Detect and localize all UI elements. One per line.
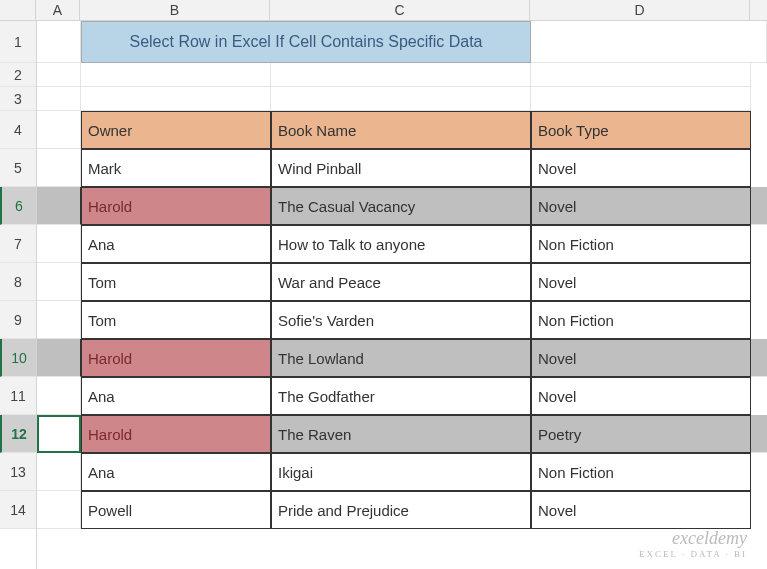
column-headers-row: A B C D: [0, 0, 767, 21]
cell-b2[interactable]: [81, 63, 271, 87]
grid-area: 1 2 3 4 5 6 7 8 9 10 11 12 13 14 Select …: [0, 21, 767, 569]
row-header-4[interactable]: 4: [0, 111, 36, 149]
cell-b3[interactable]: [81, 87, 271, 111]
cell-book-type[interactable]: Poetry: [531, 415, 751, 453]
cell-a1[interactable]: [37, 21, 81, 63]
cell-a14[interactable]: [37, 491, 81, 529]
cells-grid: Select Row in Excel If Cell Contains Spe…: [37, 21, 767, 569]
cell-owner[interactable]: Ana: [81, 453, 271, 491]
row-header-3[interactable]: 3: [0, 87, 36, 111]
header-book-name[interactable]: Book Name: [271, 111, 531, 149]
row-header-2[interactable]: 2: [0, 63, 36, 87]
row-header-14[interactable]: 14: [0, 491, 36, 529]
cell-a4[interactable]: [37, 111, 81, 149]
cell-book-name[interactable]: How to Talk to anyone: [271, 225, 531, 263]
cell-a9[interactable]: [37, 301, 81, 339]
table-row: Ana How to Talk to anyone Non Fiction: [37, 225, 767, 263]
cell-book-name[interactable]: Ikigai: [271, 453, 531, 491]
row-4: Owner Book Name Book Type: [37, 111, 767, 149]
cell-book-type[interactable]: Non Fiction: [531, 301, 751, 339]
row-header-6[interactable]: 6: [0, 187, 36, 225]
cell-book-type[interactable]: Non Fiction: [531, 453, 751, 491]
cell-book-name[interactable]: The Godfather: [271, 377, 531, 415]
header-book-type[interactable]: Book Type: [531, 111, 751, 149]
cell-a5[interactable]: [37, 149, 81, 187]
cell-owner[interactable]: Mark: [81, 149, 271, 187]
row-header-7[interactable]: 7: [0, 225, 36, 263]
title-cell[interactable]: Select Row in Excel If Cell Contains Spe…: [81, 21, 531, 63]
cell-d2[interactable]: [531, 63, 751, 87]
cell-book-name[interactable]: War and Peace: [271, 263, 531, 301]
cell-a6[interactable]: [37, 187, 81, 225]
cell-book-name[interactable]: Sofie's Varden: [271, 301, 531, 339]
header-owner[interactable]: Owner: [81, 111, 271, 149]
cell-owner[interactable]: Tom: [81, 263, 271, 301]
cell-book-name[interactable]: The Casual Vacancy: [271, 187, 531, 225]
cell-book-name[interactable]: The Lowland: [271, 339, 531, 377]
watermark-sub: EXCEL · DATA · BI: [639, 549, 747, 559]
row-overflow: [751, 339, 767, 377]
cell-a3[interactable]: [37, 87, 81, 111]
row-headers: 1 2 3 4 5 6 7 8 9 10 11 12 13 14: [0, 21, 37, 569]
row-overflow: [751, 415, 767, 453]
row-header-10[interactable]: 10: [0, 339, 36, 377]
watermark: exceldemy EXCEL · DATA · BI: [639, 528, 747, 559]
select-all-corner[interactable]: [0, 0, 36, 20]
row-3: [37, 87, 767, 111]
cell-owner[interactable]: Harold: [81, 415, 271, 453]
column-header-b[interactable]: B: [80, 0, 270, 20]
cell-book-type[interactable]: Novel: [531, 377, 751, 415]
table-row: Ana The Godfather Novel: [37, 377, 767, 415]
column-header-d[interactable]: D: [530, 0, 750, 20]
cell-a2[interactable]: [37, 63, 81, 87]
cell-a7[interactable]: [37, 225, 81, 263]
cell-d1[interactable]: [531, 21, 767, 63]
cell-c3[interactable]: [271, 87, 531, 111]
row-header-9[interactable]: 9: [0, 301, 36, 339]
watermark-main: exceldemy: [639, 528, 747, 549]
row-1: Select Row in Excel If Cell Contains Spe…: [37, 21, 767, 63]
cell-book-name[interactable]: Pride and Prejudice: [271, 491, 531, 529]
cell-book-type[interactable]: Novel: [531, 263, 751, 301]
table-row: Ana Ikigai Non Fiction: [37, 453, 767, 491]
cell-owner[interactable]: Ana: [81, 377, 271, 415]
cell-owner[interactable]: Ana: [81, 225, 271, 263]
row-header-11[interactable]: 11: [0, 377, 36, 415]
spreadsheet: A B C D 1 2 3 4 5 6 7 8 9 10 11 12 13 14…: [0, 0, 767, 569]
cell-a11[interactable]: [37, 377, 81, 415]
cell-book-type[interactable]: Non Fiction: [531, 225, 751, 263]
cell-owner[interactable]: Harold: [81, 187, 271, 225]
table-row: Powell Pride and Prejudice Novel: [37, 491, 767, 529]
cell-a12[interactable]: [37, 415, 81, 453]
table-row: Tom Sofie's Varden Non Fiction: [37, 301, 767, 339]
table-row: Harold The Casual Vacancy Novel: [37, 187, 767, 225]
cell-d3[interactable]: [531, 87, 751, 111]
cell-book-name[interactable]: Wind Pinball: [271, 149, 531, 187]
table-row: Mark Wind Pinball Novel: [37, 149, 767, 187]
cell-a8[interactable]: [37, 263, 81, 301]
cell-book-type[interactable]: Novel: [531, 187, 751, 225]
row-header-12[interactable]: 12: [0, 415, 36, 453]
table-row: Tom War and Peace Novel: [37, 263, 767, 301]
row-header-8[interactable]: 8: [0, 263, 36, 301]
cell-owner[interactable]: Harold: [81, 339, 271, 377]
cell-owner[interactable]: Powell: [81, 491, 271, 529]
cell-a13[interactable]: [37, 453, 81, 491]
cell-book-type[interactable]: Novel: [531, 339, 751, 377]
row-2: [37, 63, 767, 87]
cell-owner[interactable]: Tom: [81, 301, 271, 339]
row-header-13[interactable]: 13: [0, 453, 36, 491]
cell-book-type[interactable]: Novel: [531, 149, 751, 187]
row-header-1[interactable]: 1: [0, 21, 36, 63]
column-header-a[interactable]: A: [36, 0, 80, 20]
cell-c2[interactable]: [271, 63, 531, 87]
table-row: Harold The Lowland Novel: [37, 339, 767, 377]
cell-book-name[interactable]: The Raven: [271, 415, 531, 453]
table-row: Harold The Raven Poetry: [37, 415, 767, 453]
cell-a10[interactable]: [37, 339, 81, 377]
row-header-5[interactable]: 5: [0, 149, 36, 187]
cell-book-type[interactable]: Novel: [531, 491, 751, 529]
row-overflow: [751, 187, 767, 225]
column-header-c[interactable]: C: [270, 0, 530, 20]
